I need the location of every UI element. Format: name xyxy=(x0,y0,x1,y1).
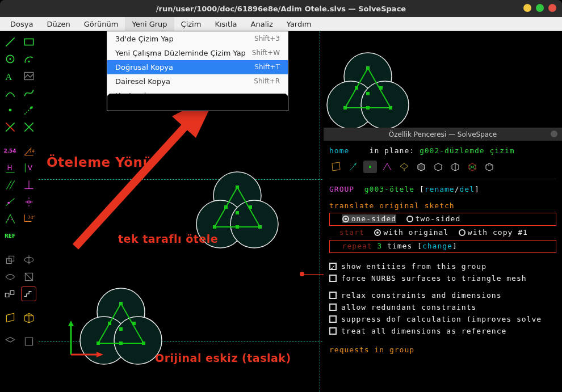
panel-change-link[interactable]: change xyxy=(422,242,452,250)
tool-step-translate[interactable] xyxy=(2,286,18,301)
radio-one-sided[interactable] xyxy=(342,216,349,222)
tool-arc[interactable] xyxy=(21,52,36,66)
tool-step-rotate[interactable] xyxy=(21,286,36,301)
dd-dogrusal-kopya[interactable]: Doğrusal Kopya Shift+T xyxy=(107,60,288,74)
tool-lathe[interactable] xyxy=(2,269,18,284)
cb-suppress-dof[interactable] xyxy=(329,315,337,323)
tool-split[interactable] xyxy=(21,120,36,134)
maximize-button[interactable] xyxy=(536,4,544,12)
menu-cizim[interactable]: Çizim xyxy=(174,17,208,31)
menu-kisitla[interactable]: Kısıtla xyxy=(208,17,244,31)
panel-translate-header: translate original sketch xyxy=(329,200,556,212)
tool-trim[interactable] xyxy=(2,120,18,134)
radio-two-sided[interactable] xyxy=(406,216,413,222)
tool-construction[interactable] xyxy=(21,103,36,117)
tool-image[interactable] xyxy=(21,69,36,83)
svg-line-34 xyxy=(25,273,32,280)
panel-icon-workplane[interactable] xyxy=(329,161,343,173)
radio-with-copy[interactable] xyxy=(459,229,465,236)
tool-pt-on[interactable] xyxy=(2,195,18,209)
panel-icon-points[interactable] xyxy=(363,161,377,173)
minimize-button[interactable] xyxy=(523,4,531,12)
tool-bezier[interactable] xyxy=(21,86,36,100)
radio-with-original[interactable] xyxy=(374,229,381,236)
window-controls xyxy=(523,4,556,12)
tool-rect[interactable] xyxy=(21,35,36,49)
tool-parallel[interactable] xyxy=(2,178,18,192)
panel-icon-constraints[interactable] xyxy=(380,161,394,173)
panel-icon-shaded[interactable] xyxy=(414,161,428,173)
svg-text:H: H xyxy=(7,164,12,172)
dd-dairesel-kopya[interactable]: Dairesel Kopya Shift+R xyxy=(107,74,288,88)
svg-rect-67 xyxy=(108,322,111,325)
svg-point-4 xyxy=(28,61,30,62)
panel-icon-normals[interactable] xyxy=(346,161,360,173)
panel-icon-mesh[interactable] xyxy=(465,161,479,173)
panel-home-link[interactable]: home xyxy=(329,146,349,155)
panel-times-label: times xyxy=(387,242,412,250)
tool-line[interactable] xyxy=(2,35,18,49)
window-title: /run/user/1000/doc/61896e8e/Adim Otele.s… xyxy=(156,5,406,13)
menu-yardim[interactable]: Yardım xyxy=(280,17,318,31)
tool-circle[interactable] xyxy=(2,52,18,66)
panel-del-link[interactable]: del xyxy=(460,185,475,193)
label-with-copy: with copy #1 xyxy=(468,228,528,237)
property-panel: Özellik Penceresi — SolveSpace home in p… xyxy=(324,128,562,361)
menu-duzen[interactable]: Düzen xyxy=(40,17,77,31)
svg-rect-54 xyxy=(213,225,216,229)
menu-analiz[interactable]: Analiz xyxy=(244,17,280,31)
tool-dim-angle[interactable]: 74° xyxy=(21,144,36,158)
svg-rect-42 xyxy=(366,66,370,70)
tool-text[interactable]: A xyxy=(2,69,18,83)
tool-workplane[interactable] xyxy=(2,310,18,325)
svg-rect-53 xyxy=(236,186,239,189)
menu-gorunum[interactable]: Görünüm xyxy=(77,17,125,31)
svg-point-40 xyxy=(361,81,409,129)
dd-shortcut: Shift+T xyxy=(254,63,280,71)
label-one-sided: one-sided xyxy=(351,214,396,223)
tool-horizontal[interactable]: H xyxy=(2,161,18,175)
highlight-sided-row: one-sided two-sided xyxy=(329,213,556,226)
close-button[interactable] xyxy=(548,4,556,12)
dd-yeni-calisma[interactable]: Yeni Çalışma Düzleminde Çizim Yap Shift+… xyxy=(107,46,288,60)
panel-icon-faces[interactable] xyxy=(397,161,411,173)
tool-vertical[interactable]: V xyxy=(21,161,36,175)
label-two-sided: two-sided xyxy=(416,214,460,223)
tool-same-orientation[interactable]: 74° xyxy=(21,212,36,226)
tool-ref[interactable]: REF xyxy=(2,229,18,243)
dd-3d-cizim[interactable]: 3d'de Çizim Yap Shift+3 xyxy=(107,32,288,46)
cb-relax[interactable] xyxy=(329,292,337,299)
tool-extrude[interactable] xyxy=(2,252,18,267)
svg-rect-66 xyxy=(142,342,145,345)
tool-dim-dist[interactable]: 2.54 xyxy=(2,144,18,158)
tool-revolve[interactable] xyxy=(21,252,36,267)
tool-symmetric[interactable] xyxy=(21,195,36,209)
dd-label: Yeni Çalışma Düzleminde Çizim Yap xyxy=(115,49,246,57)
origin-axes xyxy=(62,318,108,363)
menu-yeni-grup[interactable]: Yeni Grup xyxy=(125,17,174,31)
svg-rect-45 xyxy=(355,86,358,90)
tool-point[interactable] xyxy=(2,103,18,117)
sketch-copy-1 xyxy=(186,165,288,261)
cb-redundant[interactable] xyxy=(329,304,337,311)
svg-rect-1 xyxy=(24,39,33,45)
cb-show-entities[interactable] xyxy=(329,263,337,270)
panel-icon-outlines[interactable] xyxy=(448,161,462,173)
tool-tangent-arc[interactable] xyxy=(2,86,18,100)
svg-line-23 xyxy=(6,198,14,205)
menu-dropdown: 3d'de Çizim Yap Shift+3 Yeni Çalışma Düz… xyxy=(107,31,288,111)
tool-perpendicular[interactable] xyxy=(21,178,36,192)
tool-ontoworkplane[interactable] xyxy=(21,334,36,349)
panel-icon-hidden-lines[interactable] xyxy=(483,161,496,173)
tool-helix[interactable] xyxy=(21,269,36,284)
cb-force-nurbs[interactable] xyxy=(329,275,337,282)
cb-treat-ref[interactable] xyxy=(329,327,337,335)
panel-icon-edges[interactable] xyxy=(431,161,445,173)
panel-rename-link[interactable]: rename xyxy=(425,185,455,193)
tool-nearest-iso[interactable] xyxy=(21,310,36,325)
panel-in-plane-value: g002-düzlemde çizim xyxy=(420,146,515,155)
svg-rect-46 xyxy=(379,86,383,90)
tool-in-3d[interactable] xyxy=(2,334,18,349)
tool-equal[interactable] xyxy=(2,212,18,226)
menu-dosya[interactable]: Dosya xyxy=(3,17,40,31)
